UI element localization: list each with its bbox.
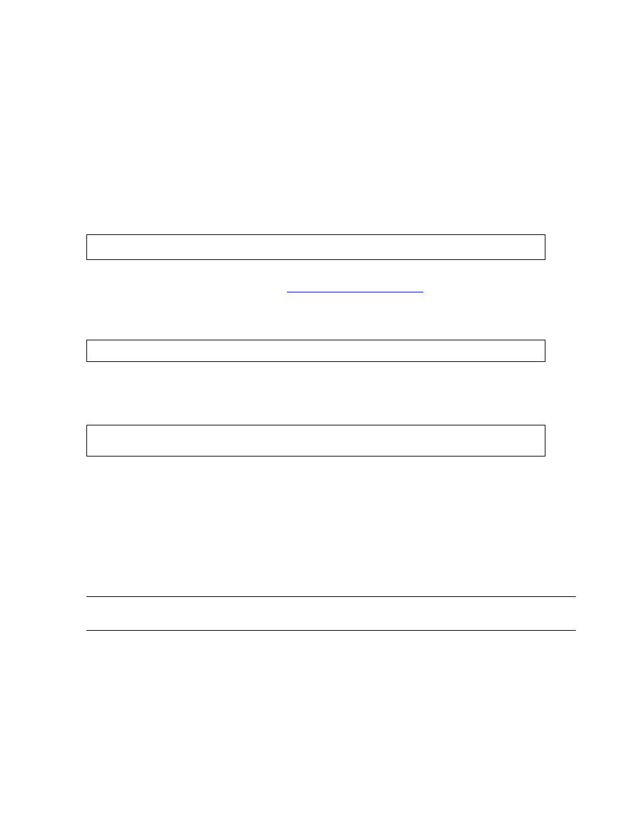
horizontal-rule-2 — [86, 630, 576, 631]
document-page — [0, 0, 644, 834]
bordered-box-1 — [86, 234, 545, 260]
bordered-box-2 — [86, 340, 545, 362]
horizontal-rule-1 — [86, 596, 576, 597]
bordered-box-3 — [86, 425, 545, 457]
hyperlink-underline[interactable] — [287, 292, 423, 292]
